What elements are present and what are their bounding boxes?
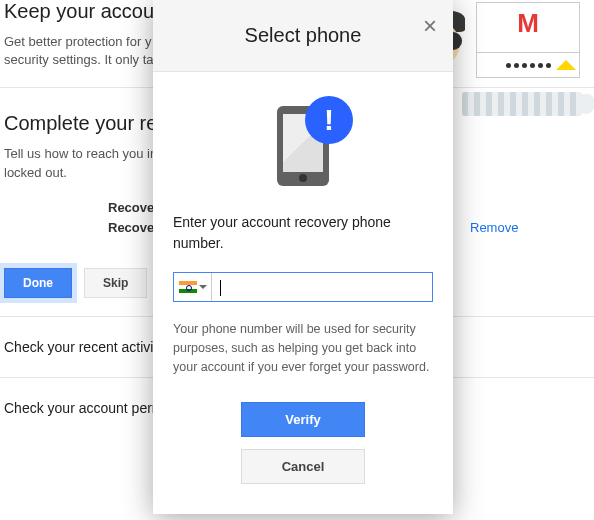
row-label: Recove (108, 220, 154, 235)
modal-prompt: Enter your account recovery phone number… (173, 212, 433, 254)
mouse-illustration (578, 94, 594, 114)
cancel-button[interactable]: Cancel (241, 449, 365, 484)
close-icon[interactable]: × (423, 14, 437, 38)
phone-input-group (173, 272, 433, 302)
modal-title: Select phone (245, 24, 362, 46)
verify-button[interactable]: Verify (241, 402, 365, 437)
flag-india-icon (179, 281, 197, 293)
keyboard-illustration (462, 92, 582, 116)
chevron-down-icon (199, 285, 207, 293)
phone-alert-icon: ! (173, 96, 433, 212)
alert-icon (556, 50, 576, 70)
skip-button[interactable]: Skip (84, 268, 147, 298)
helper-text: Your phone number will be used for secur… (173, 320, 433, 376)
country-code-selector[interactable] (174, 273, 212, 301)
select-phone-modal: Select phone × ! Enter your account reco… (153, 0, 453, 514)
remove-link[interactable]: Remove (470, 220, 518, 235)
done-button[interactable]: Done (4, 268, 72, 298)
phone-number-input[interactable] (212, 273, 432, 301)
